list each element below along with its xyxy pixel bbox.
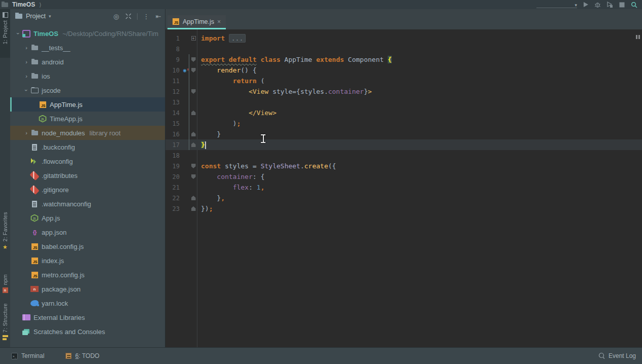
tree-item-android[interactable]: ›android	[10, 55, 165, 69]
code-editor[interactable]: 1+import ...89export default class AppTi…	[165, 29, 642, 347]
scratch-icon	[22, 329, 30, 335]
fold-marker-open[interactable]	[190, 68, 197, 72]
fold-marker-close[interactable]	[190, 196, 197, 200]
more-options-icon[interactable]: ⋮	[143, 13, 150, 20]
tree-item-external-libraries[interactable]: External Libraries	[10, 310, 165, 324]
chevron-collapsed-icon[interactable]: ›	[22, 130, 30, 136]
code-line-20[interactable]: 20 container: {	[165, 171, 642, 182]
code-line-18[interactable]: 18	[165, 150, 642, 161]
chevron-expanded-icon[interactable]: ›	[15, 29, 21, 38]
search-icon[interactable]	[630, 1, 638, 9]
code-line-12[interactable]: 12 <View style={styles.container}>	[165, 86, 642, 97]
tree-item-tests[interactable]: ›__tests__	[10, 41, 165, 55]
tree-item-flowconfig[interactable]: .flowconfig	[10, 154, 165, 168]
line-number[interactable]: 12	[165, 88, 181, 95]
tree-item-jscode[interactable]: ›jscode	[10, 83, 165, 97]
line-number[interactable]: 15	[165, 120, 181, 127]
tree-item-app-js[interactable]: App.js	[10, 211, 165, 225]
breadcrumb-project-name[interactable]: TimeOS	[12, 1, 35, 8]
tree-item-index-js[interactable]: JSindex.js	[10, 253, 165, 268]
tool-button-npm[interactable]: npm n	[0, 274, 10, 293]
run-configurations-dropdown[interactable]: ▾	[536, 1, 577, 8]
line-number[interactable]: 19	[165, 163, 181, 170]
code-line-21[interactable]: 21 flex: 1,	[165, 182, 642, 193]
run-button[interactable]	[582, 1, 589, 9]
code-line-17[interactable]: 17}	[165, 139, 642, 150]
tool-button-project[interactable]: 1: Project	[0, 9, 10, 58]
tree-item-scratches-and-consoles[interactable]: Scratches and Consoles	[10, 324, 165, 339]
code-line-9[interactable]: 9export default class AppTime extends Co…	[165, 54, 642, 65]
tree-item-package-json[interactable]: npackage.json	[10, 282, 165, 296]
code-line-19[interactable]: 19const styles = StyleSheet.create({	[165, 161, 642, 171]
todo-toolwindow-button[interactable]: 6: TODO	[65, 352, 99, 359]
tree-item-watchmanconfig[interactable]: .watchmanconfig	[10, 197, 165, 211]
event-log-button[interactable]: Event Log	[598, 352, 636, 359]
tool-button-structure[interactable]: 7: Structure	[0, 303, 10, 340]
code-line-22[interactable]: 22 },	[165, 193, 642, 203]
fold-marker-close[interactable]	[190, 142, 197, 147]
debug-bug-icon[interactable]	[594, 1, 601, 9]
fold-marker-close[interactable]	[190, 206, 197, 211]
tree-item-app-json[interactable]: {}app.json	[10, 225, 165, 239]
chevron-collapsed-icon[interactable]: ›	[22, 73, 30, 79]
tool-button-favorites[interactable]: 2: Favorites ★	[0, 212, 10, 250]
line-number[interactable]: 8	[165, 46, 181, 53]
code-line-10[interactable]: 10◉ render() {	[165, 65, 642, 76]
project-panel-title[interactable]: Project	[26, 13, 46, 20]
fold-marker-open[interactable]	[190, 164, 197, 168]
fold-marker-close[interactable]	[190, 132, 197, 136]
code-line-23[interactable]: 23});	[165, 203, 642, 214]
chevron-collapsed-icon[interactable]: ›	[22, 45, 30, 51]
code-line-13[interactable]: 13	[165, 97, 642, 107]
line-number[interactable]: 9	[165, 56, 181, 63]
overrides-method-icon[interactable]: ◉	[181, 68, 189, 73]
code-line-15[interactable]: 15 );	[165, 118, 642, 129]
chevron-collapsed-icon[interactable]: ›	[22, 59, 30, 65]
line-number[interactable]: 11	[165, 78, 181, 85]
collapse-all-icon[interactable]	[125, 13, 132, 20]
locate-file-icon[interactable]: ◎	[113, 13, 120, 20]
tree-item-gitignore[interactable]: .gitignore	[10, 183, 165, 197]
tree-item-timeapp-js[interactable]: TimeApp.js	[10, 112, 165, 126]
hide-panel-icon[interactable]: ⇤	[155, 13, 162, 20]
tree-item-timeos[interactable]: ›TimeOS~/Desktop/Coding/RN/Share/Tim	[10, 26, 165, 41]
tree-item-buckconfig[interactable]: .buckconfig	[10, 140, 165, 154]
tree-item-babel-config-js[interactable]: JSbabel.config.js	[10, 239, 165, 253]
tree-item-ios[interactable]: ›ios	[10, 69, 165, 83]
line-number[interactable]: 10	[165, 67, 181, 74]
tree-item-yarn-lock[interactable]: yarn.lock	[10, 296, 165, 310]
fold-marker-open[interactable]	[190, 89, 197, 94]
code-line-1[interactable]: 1+import ...	[165, 33, 642, 44]
line-number[interactable]: 20	[165, 173, 181, 180]
chevron-expanded-icon[interactable]: ›	[23, 86, 29, 94]
tree-item-metro-config-js[interactable]: JSmetro.config.js	[10, 268, 165, 282]
editor-column: JS AppTime.js × 1+import ...89export def…	[165, 9, 642, 347]
terminal-toolwindow-button[interactable]: >_ Terminal	[11, 352, 44, 359]
code-line-16[interactable]: 16 }	[165, 129, 642, 139]
line-number[interactable]: 13	[165, 99, 181, 106]
line-number[interactable]: 14	[165, 110, 181, 117]
chevron-down-icon[interactable]: ▾	[49, 14, 51, 19]
run-with-coverage-button[interactable]	[606, 1, 614, 9]
line-number[interactable]: 18	[165, 152, 181, 159]
code-line-11[interactable]: 11 return (	[165, 76, 642, 86]
fold-marker-close[interactable]	[190, 111, 197, 115]
stop-button[interactable]	[618, 1, 626, 9]
line-number[interactable]: 21	[165, 184, 181, 191]
line-number[interactable]: 16	[165, 131, 181, 138]
line-number[interactable]: 1	[165, 35, 181, 42]
fold-marker-open[interactable]	[190, 57, 197, 62]
tab-apptime-js[interactable]: JS AppTime.js ×	[167, 15, 226, 29]
tree-item-apptime-js[interactable]: JSAppTime.js	[10, 97, 165, 112]
fold-marker-open[interactable]	[190, 174, 197, 179]
fold-marker-plus[interactable]: +	[190, 36, 197, 41]
inspection-marker[interactable]	[636, 35, 640, 39]
close-tab-icon[interactable]: ×	[217, 18, 221, 25]
tree-item-node-modules[interactable]: ›node_moduleslibrary root	[10, 126, 165, 140]
code-line-8[interactable]: 8	[165, 44, 642, 54]
code-line-14[interactable]: 14 </View>	[165, 107, 642, 118]
tree-item-gitattributes[interactable]: .gitattributes	[10, 168, 165, 183]
line-number[interactable]: 23	[165, 205, 181, 212]
line-number[interactable]: 22	[165, 195, 181, 202]
line-number[interactable]: 17	[165, 141, 181, 149]
